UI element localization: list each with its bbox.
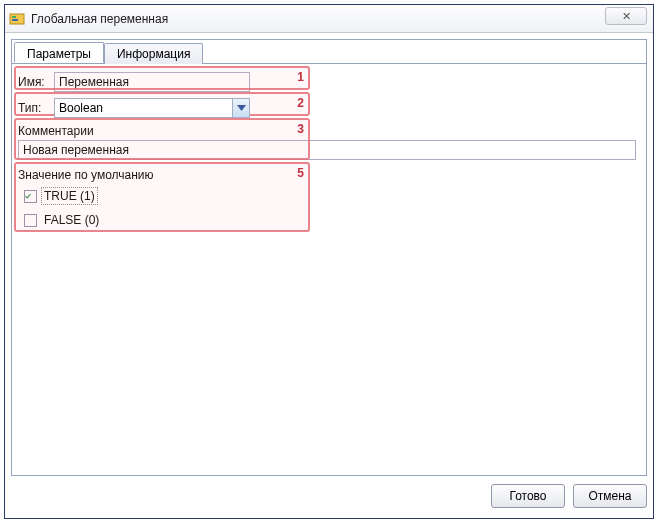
dialog-body: Параметры Информация 1 2 3 5 Имя: bbox=[11, 39, 647, 476]
tab-parameters[interactable]: Параметры bbox=[14, 42, 104, 63]
svg-marker-3 bbox=[237, 105, 246, 111]
titlebar: Глобальная переменная ✕ bbox=[5, 5, 653, 33]
true-checkbox[interactable] bbox=[24, 190, 37, 203]
ok-button[interactable]: Готово bbox=[491, 484, 565, 508]
true-option-row[interactable]: TRUE (1) bbox=[24, 186, 640, 206]
false-label: FALSE (0) bbox=[41, 211, 102, 229]
false-checkbox[interactable] bbox=[24, 214, 37, 227]
name-input[interactable] bbox=[54, 72, 250, 92]
false-option-row[interactable]: FALSE (0) bbox=[24, 210, 640, 230]
dialog-window: Глобальная переменная ✕ Параметры Информ… bbox=[4, 4, 654, 519]
close-button[interactable]: ✕ bbox=[605, 7, 647, 25]
comments-input[interactable] bbox=[18, 140, 636, 160]
chevron-down-icon[interactable] bbox=[232, 99, 249, 117]
default-value-label: Значение по умолчанию bbox=[18, 168, 640, 182]
type-label: Тип: bbox=[18, 101, 54, 115]
type-value: Boolean bbox=[55, 101, 232, 115]
svg-rect-2 bbox=[12, 19, 18, 21]
app-icon bbox=[9, 11, 25, 27]
window-title: Глобальная переменная bbox=[31, 12, 168, 26]
name-label: Имя: bbox=[18, 75, 54, 89]
tab-info[interactable]: Информация bbox=[104, 43, 203, 64]
type-combobox[interactable]: Boolean bbox=[54, 98, 250, 118]
close-icon: ✕ bbox=[622, 10, 631, 23]
svg-rect-1 bbox=[12, 16, 16, 18]
tab-content: 1 2 3 5 Имя: Тип: Boolean bbox=[12, 64, 646, 475]
dialog-footer: Готово Отмена bbox=[11, 480, 647, 512]
comments-label: Комментарии bbox=[18, 124, 640, 138]
tabbar: Параметры Информация bbox=[12, 40, 646, 64]
cancel-button[interactable]: Отмена bbox=[573, 484, 647, 508]
true-label: TRUE (1) bbox=[41, 187, 98, 205]
